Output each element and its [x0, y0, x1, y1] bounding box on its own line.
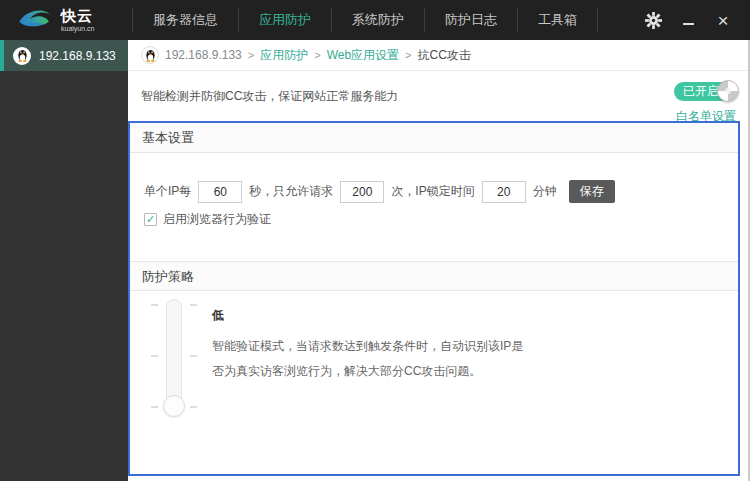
section-basic-settings: 基本设置: [130, 123, 738, 153]
slider-tick: [190, 355, 197, 357]
breadcrumb-separator: >: [248, 49, 254, 61]
strategy-level-title: 低: [212, 307, 528, 324]
label-lock-time: 次，IP锁定时间: [391, 183, 474, 200]
save-button[interactable]: 保存: [569, 180, 615, 203]
minimize-button[interactable]: [679, 11, 697, 29]
feature-description: 智能检测并防御CC攻击，保证网站正常服务能力: [141, 88, 398, 105]
window-controls: ×: [644, 0, 750, 40]
browser-check-label: 启用浏览器行为验证: [163, 211, 271, 228]
section-protection-strategy: 防护策略: [130, 261, 738, 291]
label-minutes: 分钟: [533, 183, 557, 200]
menu-item-server-info[interactable]: 服务器信息: [133, 0, 238, 40]
linux-penguin-icon: [13, 47, 31, 65]
label-ip-every: 单个IP每: [144, 183, 191, 200]
rate-limit-form: 单个IP每 秒，只允许请求 次，IP锁定时间 分钟 保存: [144, 180, 738, 203]
breadcrumb-separator: >: [314, 49, 320, 61]
strategy-area: 低 智能验证模式，当请求数达到触发条件时，自动识别该IP是否为真实访客浏览行为，…: [130, 291, 738, 423]
title-bar: 快云 kuaiyun.cn 服务器信息 应用防护 系统防护 防护日志 工具箱: [0, 0, 750, 40]
enabled-toggle[interactable]: 已开启: [674, 82, 736, 101]
menu-item-protection-logs[interactable]: 防护日志: [425, 0, 517, 40]
menu-item-app-protection[interactable]: 应用防护: [239, 0, 331, 40]
label-allow-requests: 秒，只允许请求: [249, 183, 333, 200]
server-sidebar: 192.168.9.133: [0, 40, 128, 481]
strategy-level-slider: [150, 299, 198, 423]
slider-handle[interactable]: [163, 395, 185, 417]
main-menu: 服务器信息 应用防护 系统防护 防护日志 工具箱: [132, 0, 598, 40]
kuaiyun-swirl-icon: [16, 6, 54, 34]
minimize-icon: [683, 23, 694, 25]
slider-tick: [151, 406, 158, 408]
app-name: 快云: [61, 8, 94, 23]
sidebar-server-ip: 192.168.9.133: [39, 49, 116, 63]
slider-tick: [190, 304, 197, 306]
breadcrumb-web-app-settings[interactable]: Web应用设置: [327, 47, 399, 64]
seconds-input[interactable]: [198, 181, 242, 203]
breadcrumb-server-ip: 192.168.9.133: [165, 48, 242, 62]
linux-penguin-icon: [141, 46, 159, 64]
breadcrumb-app-protection[interactable]: 应用防护: [260, 47, 308, 64]
menu-divider: [597, 8, 598, 32]
browser-check-checkbox[interactable]: [144, 213, 157, 226]
requests-input[interactable]: [340, 181, 384, 203]
main-content: 192.168.9.133 > 应用防护 > Web应用设置 > 抗CC攻击 智…: [128, 40, 750, 481]
enabled-toggle-label: 已开启: [683, 84, 719, 98]
slider-tick: [151, 304, 158, 306]
breadcrumb: 192.168.9.133 > 应用防护 > Web应用设置 > 抗CC攻击: [128, 40, 748, 71]
slider-tick: [190, 406, 197, 408]
strategy-level-description: 智能验证模式，当请求数达到触发条件时，自动识别该IP是否为真实访客浏览行为，解决…: [212, 334, 528, 384]
feature-header: 智能检测并防御CC攻击，保证网站正常服务能力 已开启 白名单设置: [128, 71, 748, 121]
toggle-knob-icon: [717, 80, 739, 102]
close-button[interactable]: ×: [714, 11, 732, 29]
breadcrumb-separator: >: [405, 49, 411, 61]
app-logo: 快云 kuaiyun.cn: [0, 0, 132, 40]
settings-gear-icon[interactable]: [644, 11, 662, 29]
browser-check-row: 启用浏览器行为验证: [144, 212, 738, 227]
app-domain: kuaiyun.cn: [61, 25, 94, 32]
menu-item-system-protection[interactable]: 系统防护: [332, 0, 424, 40]
breadcrumb-anti-cc: 抗CC攻击: [418, 47, 471, 64]
menu-item-toolbox[interactable]: 工具箱: [518, 0, 597, 40]
sidebar-item-server[interactable]: 192.168.9.133: [0, 40, 128, 71]
settings-panel: 基本设置 单个IP每 秒，只允许请求 次，IP锁定时间 分钟 保存 启用浏览器行…: [128, 121, 740, 476]
slider-tick: [151, 355, 158, 357]
close-icon: ×: [717, 11, 728, 30]
lock-minutes-input[interactable]: [482, 181, 526, 203]
